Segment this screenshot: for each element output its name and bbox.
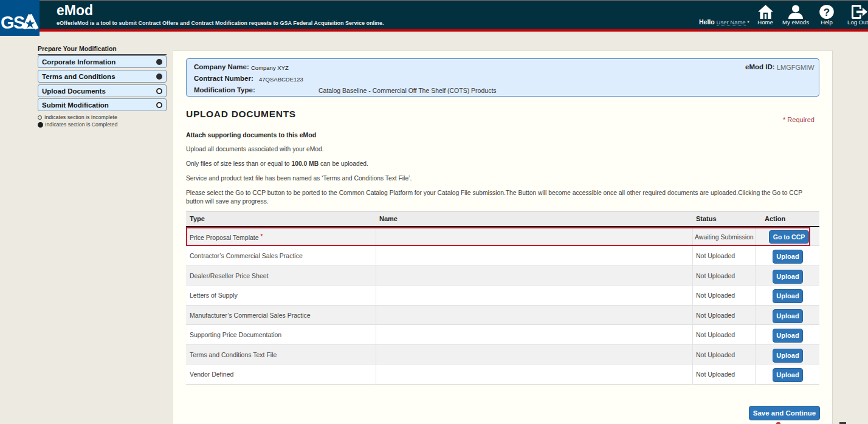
svg-text:?: ? <box>824 7 830 18</box>
svg-text:GS: GS <box>1 13 25 32</box>
